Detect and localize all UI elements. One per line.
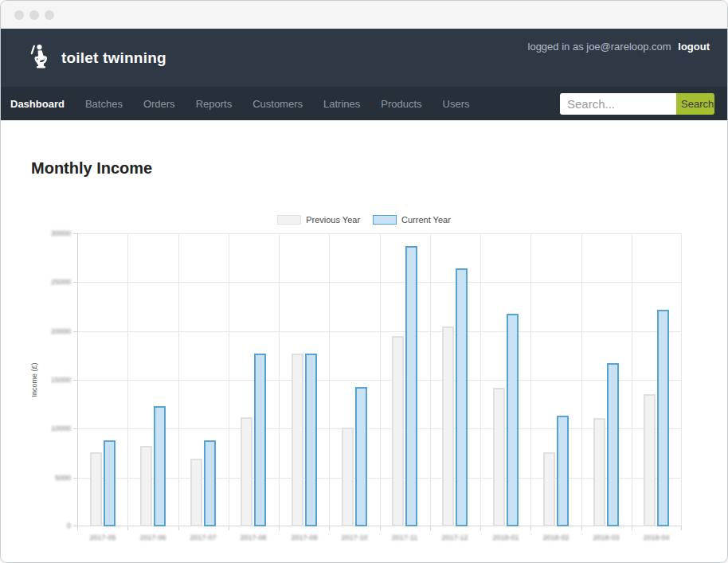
bar-current-year-2018-02[interactable] — [557, 416, 569, 526]
x-tick-label: 2018-01 — [480, 534, 531, 541]
bar-previous-year-2018-04[interactable] — [644, 394, 656, 526]
x-tick-label: 2017-05 — [77, 534, 128, 541]
gridline — [178, 233, 179, 526]
bar-previous-year-2017-08[interactable] — [241, 417, 252, 526]
bar-previous-year-2018-01[interactable] — [493, 388, 505, 526]
bar-previous-year-2017-10[interactable] — [342, 428, 354, 526]
brand: toilet twinning — [29, 44, 166, 72]
search-form: Search — [560, 93, 714, 115]
legend-item: Current Year — [373, 215, 451, 225]
gridline — [229, 233, 229, 526]
y-tick-label: 5000 — [23, 474, 71, 482]
gridline — [430, 233, 431, 526]
logged-in-text: logged in as joe@rareloop.com — [528, 41, 671, 53]
legend-item: Previous Year — [277, 215, 360, 225]
window-control-dot[interactable] — [29, 10, 39, 20]
bar-current-year-2017-05[interactable] — [104, 440, 115, 526]
app-header: toilet twinning logged in as joe@rareloo… — [1, 29, 727, 87]
y-tick-label: 10000 — [23, 424, 71, 432]
window-control-dot[interactable] — [45, 10, 54, 20]
bar-current-year-2017-11[interactable] — [405, 246, 417, 526]
x-tick-label: 2017-07 — [178, 534, 229, 541]
gridline — [279, 233, 280, 526]
plot-area — [77, 233, 682, 526]
nav-item-orders[interactable]: Orders — [143, 98, 175, 110]
nav-item-reports[interactable]: Reports — [196, 98, 233, 110]
legend-swatch — [277, 215, 301, 225]
toilet-twinning-logo-icon — [29, 44, 51, 72]
dashboard-content: Monthly Income Previous YearCurrent Year… — [1, 120, 727, 562]
y-tick-label: 25000 — [23, 278, 71, 286]
gridline — [632, 233, 632, 526]
gridline — [581, 233, 582, 526]
bar-previous-year-2018-03[interactable] — [593, 418, 605, 526]
x-tick-label: 2018-03 — [581, 534, 632, 541]
nav-item-products[interactable]: Products — [381, 98, 421, 110]
bar-previous-year-2017-07[interactable] — [190, 459, 202, 526]
legend-label: Previous Year — [306, 215, 360, 225]
gridline — [77, 233, 78, 526]
x-tick-label: 2017-11 — [379, 534, 430, 541]
legend-label: Current Year — [401, 215, 451, 225]
gridline — [480, 233, 481, 526]
y-tick-label: 0 — [23, 522, 71, 530]
bar-previous-year-2017-09[interactable] — [292, 354, 303, 526]
bar-previous-year-2017-05[interactable] — [90, 452, 102, 526]
x-tick-label: 2018-02 — [530, 534, 581, 541]
bar-previous-year-2018-02[interactable] — [543, 452, 555, 526]
page-title: Monthly Income — [31, 159, 152, 178]
bar-current-year-2017-08[interactable] — [254, 354, 266, 526]
nav-items: DashboardBatchesOrdersReportsCustomersLa… — [1, 98, 491, 110]
chart-legend: Previous YearCurrent Year — [1, 215, 727, 225]
x-tick-label: 2017-08 — [228, 534, 279, 541]
nav-item-dashboard[interactable]: Dashboard — [10, 98, 65, 110]
x-tick-label: 2018-04 — [631, 534, 682, 541]
x-tick-label: 2017-09 — [279, 534, 330, 541]
y-tick-label: 15000 — [23, 376, 71, 384]
gridline — [681, 233, 682, 526]
bar-previous-year-2017-12[interactable] — [442, 326, 454, 526]
bar-current-year-2017-09[interactable] — [305, 354, 317, 526]
x-tick-label: 2017-06 — [127, 534, 178, 541]
bar-current-year-2017-07[interactable] — [204, 440, 216, 526]
nav-item-customers[interactable]: Customers — [252, 98, 303, 110]
x-axis-tick-labels: 2017-052017-062017-072017-082017-092017-… — [77, 530, 682, 544]
search-button[interactable]: Search — [676, 93, 714, 115]
browser-window: toilet twinning logged in as joe@rareloo… — [0, 0, 728, 563]
bar-current-year-2017-06[interactable] — [154, 406, 166, 526]
bar-current-year-2018-01[interactable] — [507, 314, 519, 526]
bar-current-year-2018-04[interactable] — [657, 310, 669, 526]
gridline — [127, 233, 128, 526]
nav-item-batches[interactable]: Batches — [85, 98, 123, 110]
gridline — [380, 233, 381, 526]
y-tick-label: 20000 — [23, 327, 71, 335]
search-input[interactable] — [560, 93, 676, 115]
browser-chrome — [1, 1, 727, 29]
session-info: logged in as joe@rareloop.com logout — [528, 41, 710, 53]
main-nav: DashboardBatchesOrdersReportsCustomersLa… — [1, 87, 727, 120]
x-tick-label: 2017-10 — [329, 534, 380, 541]
legend-swatch — [373, 215, 397, 225]
brand-name: toilet twinning — [61, 49, 166, 67]
bar-current-year-2017-10[interactable] — [355, 387, 367, 526]
nav-item-latrines[interactable]: Latrines — [323, 98, 360, 110]
gridline — [329, 233, 330, 526]
window-control-dot[interactable] — [14, 10, 24, 20]
bar-current-year-2018-03[interactable] — [607, 363, 619, 526]
x-tick-label: 2017-12 — [429, 534, 480, 541]
y-axis-tick-labels: 050001000015000200002500030000 — [1, 233, 71, 526]
nav-item-users[interactable]: Users — [443, 98, 470, 110]
bar-current-year-2017-12[interactable] — [456, 268, 468, 526]
bar-previous-year-2017-06[interactable] — [140, 446, 152, 526]
logout-link[interactable]: logout — [678, 41, 710, 53]
bar-previous-year-2017-11[interactable] — [392, 336, 404, 526]
y-tick-label: 30000 — [23, 229, 71, 237]
gridline — [530, 233, 531, 526]
